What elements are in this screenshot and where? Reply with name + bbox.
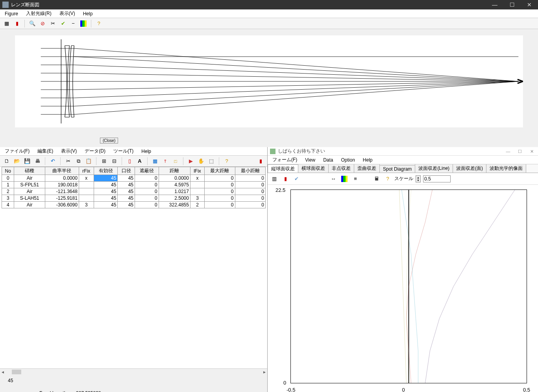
table-row[interactable]: 4Air-306.6090345450322.4855200 xyxy=(2,202,266,208)
cell[interactable]: S-LAH51 xyxy=(14,195,45,202)
cell[interactable]: Air xyxy=(14,202,45,208)
tab[interactable]: 非点収差 xyxy=(328,164,354,173)
tab[interactable]: 波面収差(面) xyxy=(453,164,486,173)
cell[interactable]: 3 xyxy=(2,195,14,202)
cell[interactable]: 0 xyxy=(235,182,266,188)
cell[interactable]: 0 xyxy=(135,188,159,195)
paste-icon[interactable]: 📋 xyxy=(84,157,93,166)
sub-maximize-button[interactable]: ☐ xyxy=(514,148,525,155)
h-scrollbar[interactable]: ◂ ▸ xyxy=(0,368,267,375)
chart-axis-icon[interactable]: ↔ xyxy=(329,175,338,183)
col-header[interactable]: 最小距離 xyxy=(235,167,266,175)
menu-item[interactable]: Help xyxy=(138,148,154,155)
table-row[interactable]: 1S-FPL51190.0018454504.597500 xyxy=(2,182,266,188)
plot2-icon[interactable]: ⏍ xyxy=(171,157,180,166)
minimize-button[interactable]: ― xyxy=(486,0,503,9)
cell[interactable]: Air xyxy=(14,175,45,182)
text-icon[interactable]: A xyxy=(135,157,144,166)
lens-table[interactable]: No硝種曲率半径rFix有効径口径遮蔽径距離lFix最大距離最小距離0Air0.… xyxy=(2,167,266,208)
cell[interactable]: -125.9181 xyxy=(45,195,79,202)
cell[interactable]: 4.5975 xyxy=(159,182,190,188)
menu-item[interactable]: ファイル(F) xyxy=(2,147,33,155)
run1-icon[interactable]: ▶ xyxy=(187,157,195,166)
zoom-cancel-icon[interactable]: ⊘ xyxy=(38,19,47,28)
col-header[interactable]: 口径 xyxy=(118,167,135,175)
chart-layout-icon[interactable]: ▥ xyxy=(270,175,279,183)
menu-item[interactable]: Figure xyxy=(2,10,21,17)
sub-close-button[interactable]: ✕ xyxy=(526,148,537,155)
cell[interactable]: 0.0000 xyxy=(159,175,190,182)
grid-icon[interactable]: ▦ xyxy=(151,157,159,166)
cell[interactable]: 2.5000 xyxy=(159,195,190,202)
cell[interactable]: 190.0018 xyxy=(45,182,79,188)
cell[interactable]: 0 xyxy=(2,175,14,182)
scale-input[interactable] xyxy=(423,175,451,182)
menu-item[interactable]: 編集(E) xyxy=(34,147,56,155)
cell[interactable]: 0 xyxy=(235,188,266,195)
table-row[interactable]: 3S-LAH51-125.9181454502.5000300 xyxy=(2,195,266,202)
cell[interactable]: 0 xyxy=(205,195,235,202)
tab[interactable]: 波動光学的像面 xyxy=(486,164,526,173)
layout-icon[interactable]: ▦ xyxy=(2,19,11,28)
menu-item[interactable]: View xyxy=(302,156,318,164)
help-icon[interactable]: ? xyxy=(94,19,103,28)
plot1-icon[interactable]: ⫯ xyxy=(161,157,170,166)
cut-ray-icon[interactable]: ✂ xyxy=(48,19,57,28)
scale-spinner[interactable]: ▲▼ xyxy=(416,175,421,182)
cell[interactable]: x xyxy=(79,175,94,182)
minus-icon[interactable]: − xyxy=(69,19,78,28)
cell[interactable]: 0 xyxy=(205,175,235,182)
help2-icon[interactable]: ? xyxy=(222,157,231,166)
tab[interactable]: 縦球面収差 xyxy=(268,164,298,173)
undo-icon[interactable]: ↶ xyxy=(48,157,57,166)
cell[interactable]: 45 xyxy=(118,182,135,188)
cell[interactable]: 45 xyxy=(94,188,118,195)
cell[interactable]: 0 xyxy=(205,202,235,208)
check-icon[interactable]: ✔ xyxy=(59,19,67,28)
note-icon[interactable]: ▯ xyxy=(125,157,134,166)
cell[interactable]: 322.4855 xyxy=(159,202,190,208)
cell[interactable]: 45 xyxy=(118,202,135,208)
tab[interactable]: 横球面収差 xyxy=(298,164,329,173)
cell[interactable]: 45 xyxy=(94,182,118,188)
chart-check-icon[interactable]: ✔ xyxy=(292,175,301,183)
cell[interactable]: 45 xyxy=(118,175,135,182)
col-header[interactable]: lFix xyxy=(190,167,204,175)
menu-item[interactable]: フォーム(F) xyxy=(269,156,300,164)
new-icon[interactable]: 🗋 xyxy=(2,157,11,166)
menu-item[interactable]: Data xyxy=(320,156,336,164)
cell[interactable]: 0 xyxy=(235,195,266,202)
save-icon[interactable]: 💾 xyxy=(23,157,31,166)
cell[interactable]: Air xyxy=(14,188,45,195)
color-palette-icon[interactable] xyxy=(79,19,88,28)
cell[interactable]: 2 xyxy=(190,202,204,208)
cell[interactable] xyxy=(190,188,204,195)
stop-icon[interactable]: ▮ xyxy=(13,19,21,28)
col-header[interactable]: 遮蔽径 xyxy=(135,167,159,175)
chart-lines-icon[interactable]: ≡ xyxy=(351,175,360,183)
cell[interactable]: 45 xyxy=(118,195,135,202)
cell[interactable]: 0 xyxy=(205,188,235,195)
col-header[interactable]: rFix xyxy=(79,167,94,175)
chart-calc-icon[interactable]: 🖩 xyxy=(372,175,381,183)
delete-row-icon[interactable]: ⊟ xyxy=(110,157,118,166)
col-header[interactable]: 距離 xyxy=(159,167,190,175)
menu-item[interactable]: ツール(T) xyxy=(110,147,137,155)
cell[interactable] xyxy=(79,195,94,202)
cell[interactable]: 2 xyxy=(2,188,14,195)
sub-minimize-button[interactable]: ― xyxy=(503,148,514,155)
maximize-button[interactable]: ☐ xyxy=(503,0,521,9)
menu-item[interactable]: データ(D) xyxy=(81,147,109,155)
menu-item[interactable]: 表示(V) xyxy=(58,147,80,155)
run2-icon[interactable]: ✋ xyxy=(197,157,205,166)
cell[interactable]: 1 xyxy=(2,182,14,188)
cell[interactable] xyxy=(79,188,94,195)
cell[interactable]: 0 xyxy=(135,202,159,208)
open-icon[interactable]: 📂 xyxy=(13,157,21,166)
cell[interactable]: 1.0217 xyxy=(159,188,190,195)
cell[interactable]: x xyxy=(190,175,204,182)
run3-icon[interactable]: ⬚ xyxy=(207,157,216,166)
cell[interactable]: 3 xyxy=(79,202,94,208)
cell[interactable]: S-FPL51 xyxy=(14,182,45,188)
col-header[interactable]: 有効径 xyxy=(94,167,118,175)
